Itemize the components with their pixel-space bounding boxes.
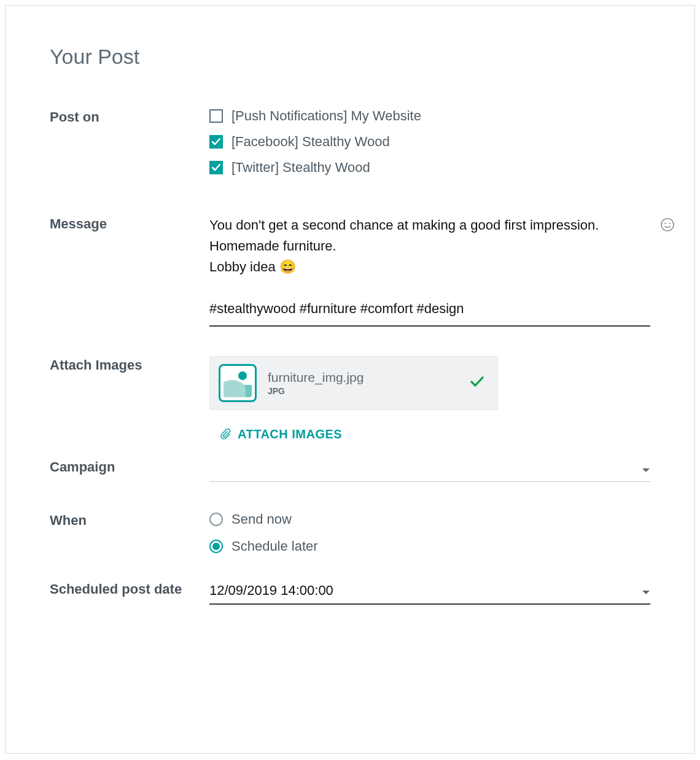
attachment-filename: furniture_img.jpg <box>268 370 470 385</box>
attach-images-row: Attach Images furniture_img.jpg JPG <box>50 356 650 443</box>
post-form-panel: Your Post Post on [Push Notifications] M… <box>5 5 695 754</box>
radio-unselected-icon <box>209 513 223 526</box>
scheduled-date-row: Scheduled post date 12/09/2019 14:00:00 <box>50 580 650 605</box>
message-row: Message You don't get a second chance at… <box>50 215 650 327</box>
when-option-label: Send now <box>231 511 292 527</box>
message-field-wrap: You don't get a second chance at making … <box>209 215 650 327</box>
svg-point-2 <box>669 223 670 224</box>
emoji-picker-button[interactable] <box>660 217 675 235</box>
message-label: Message <box>50 215 209 232</box>
message-textarea[interactable]: You don't get a second chance at making … <box>209 215 650 327</box>
scheduled-date-input[interactable]: 12/09/2019 14:00:00 <box>209 580 650 605</box>
checkbox-unchecked-icon <box>209 109 223 123</box>
attachment-card[interactable]: furniture_img.jpg JPG <box>209 356 498 410</box>
image-icon <box>224 369 252 397</box>
radio-selected-icon <box>209 540 223 553</box>
when-options: Send now Schedule later <box>209 511 650 565</box>
attachment-info: furniture_img.jpg JPG <box>268 370 470 396</box>
when-option-label: Schedule later <box>231 538 318 554</box>
check-icon <box>470 376 484 390</box>
svg-point-1 <box>664 223 666 224</box>
when-label: When <box>50 511 209 529</box>
page-title: Your Post <box>50 45 650 69</box>
attachment-filetype: JPG <box>268 386 470 396</box>
post-on-options: [Push Notifications] My Website [Faceboo… <box>209 108 650 185</box>
post-on-option-push[interactable]: [Push Notifications] My Website <box>209 108 650 124</box>
attach-images-field: furniture_img.jpg JPG ATTACH IMAGES <box>209 356 650 443</box>
paperclip-icon <box>220 428 233 441</box>
smile-icon <box>660 217 675 232</box>
campaign-field <box>209 458 650 482</box>
scheduled-date-label: Scheduled post date <box>50 580 209 597</box>
when-row: When Send now Schedule later <box>50 511 650 565</box>
post-on-option-label: [Twitter] Stealthy Wood <box>231 160 370 176</box>
post-on-option-label: [Facebook] Stealthy Wood <box>231 134 390 150</box>
post-on-label: Post on <box>50 108 209 125</box>
scheduled-date-field: 12/09/2019 14:00:00 <box>209 580 650 605</box>
when-option-send-now[interactable]: Send now <box>209 511 650 527</box>
campaign-label: Campaign <box>50 458 209 475</box>
attach-images-button-label: ATTACH IMAGES <box>238 427 342 441</box>
checkbox-checked-icon <box>209 161 223 174</box>
post-on-option-facebook[interactable]: [Facebook] Stealthy Wood <box>209 134 650 150</box>
attach-images-label: Attach Images <box>50 356 209 373</box>
post-on-option-twitter[interactable]: [Twitter] Stealthy Wood <box>209 160 650 176</box>
post-on-row: Post on [Push Notifications] My Website … <box>50 108 650 185</box>
campaign-select[interactable] <box>209 458 650 482</box>
post-on-option-label: [Push Notifications] My Website <box>231 108 421 124</box>
when-option-schedule-later[interactable]: Schedule later <box>209 538 650 554</box>
scheduled-date-value: 12/09/2019 14:00:00 <box>209 583 642 599</box>
dropdown-caret-icon <box>642 583 650 599</box>
attachment-thumbnail <box>219 364 257 402</box>
checkbox-checked-icon <box>209 135 223 149</box>
svg-point-0 <box>661 219 674 231</box>
campaign-row: Campaign <box>50 458 650 482</box>
attach-images-button[interactable]: ATTACH IMAGES <box>220 427 342 441</box>
dropdown-caret-icon <box>642 460 650 476</box>
